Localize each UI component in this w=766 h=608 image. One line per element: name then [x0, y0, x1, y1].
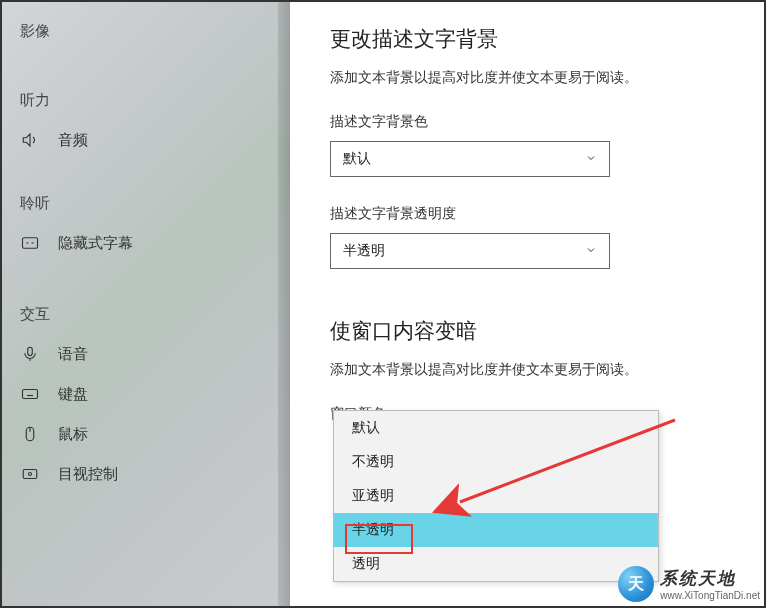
- select-bg-color[interactable]: 默认: [330, 141, 610, 177]
- select-value: 半透明: [343, 242, 385, 260]
- sidebar-item-label: 音频: [58, 131, 88, 150]
- section-desc: 添加文本背景以提高对比度并使文本更易于阅读。: [330, 69, 741, 87]
- sidebar-item-label: 目视控制: [58, 465, 118, 484]
- svg-point-5: [29, 473, 32, 476]
- eye-control-icon: [20, 464, 40, 484]
- select-bg-opacity[interactable]: 半透明: [330, 233, 610, 269]
- dropdown-window-color: 默认 不透明 亚透明 半透明 透明: [333, 410, 659, 582]
- sidebar-item-captions[interactable]: 隐藏式字幕: [0, 223, 290, 263]
- sidebar-item-label: 键盘: [58, 385, 88, 404]
- mouse-icon: [20, 424, 40, 444]
- sidebar-section-interaction: 交互: [0, 293, 290, 334]
- sidebar-section-video: 影像: [0, 10, 290, 51]
- sidebar-section-hearing: 听力: [0, 79, 290, 120]
- watermark-logo: 天 系统天地 www.XiTongTianDi.net: [618, 566, 760, 602]
- dropdown-option-semitranslucent[interactable]: 半透明: [334, 513, 658, 547]
- sidebar-item-speech[interactable]: 语音: [0, 334, 290, 374]
- sidebar-item-eye-control[interactable]: 目视控制: [0, 454, 290, 494]
- watermark-domain: www.XiTongTianDi.net: [660, 590, 760, 601]
- sidebar: 影像 听力 音频 聆听 隐藏式字幕 交互 语音 键盘: [0, 0, 290, 608]
- sidebar-section-listen: 聆听: [0, 182, 290, 223]
- sidebar-item-audio[interactable]: 音频: [0, 120, 290, 160]
- section-title-dim-window: 使窗口内容变暗: [330, 317, 741, 345]
- sidebar-item-keyboard[interactable]: 键盘: [0, 374, 290, 414]
- sidebar-item-mouse[interactable]: 鼠标: [0, 414, 290, 454]
- sidebar-item-label: 隐藏式字幕: [58, 234, 133, 253]
- chevron-down-icon: [585, 151, 597, 167]
- chevron-down-icon: [585, 243, 597, 259]
- field-label-bg-color: 描述文字背景色: [330, 113, 741, 131]
- dropdown-option-default[interactable]: 默认: [334, 411, 658, 445]
- svg-rect-0: [23, 238, 38, 249]
- microphone-icon: [20, 344, 40, 364]
- svg-rect-1: [28, 347, 33, 355]
- watermark-cn: 系统天地: [660, 567, 760, 590]
- svg-rect-2: [23, 390, 38, 399]
- field-label-bg-opacity: 描述文字背景透明度: [330, 205, 741, 223]
- section-desc: 添加文本背景以提高对比度并使文本更易于阅读。: [330, 361, 741, 379]
- sidebar-item-label: 鼠标: [58, 425, 88, 444]
- captions-icon: [20, 233, 40, 253]
- dropdown-option-subtranslucent[interactable]: 亚透明: [334, 479, 658, 513]
- keyboard-icon: [20, 384, 40, 404]
- svg-rect-4: [23, 470, 37, 479]
- sidebar-item-label: 语音: [58, 345, 88, 364]
- dropdown-option-transparent[interactable]: 透明: [334, 547, 658, 581]
- select-value: 默认: [343, 150, 371, 168]
- section-title-caption-bg: 更改描述文字背景: [330, 25, 741, 53]
- volume-icon: [20, 130, 40, 150]
- watermark-orb: 天: [618, 566, 654, 602]
- dropdown-option-opaque[interactable]: 不透明: [334, 445, 658, 479]
